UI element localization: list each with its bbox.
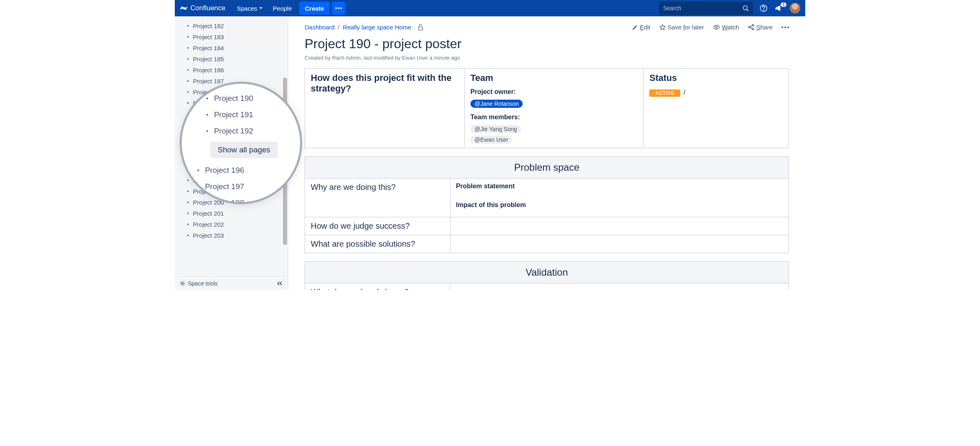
svg-point-11 bbox=[752, 25, 754, 26]
space-tools-link[interactable]: Space tools bbox=[188, 280, 218, 287]
notifications-button[interactable]: 1 bbox=[774, 3, 784, 13]
member-mention[interactable]: @Jie Yang Song bbox=[470, 125, 521, 133]
svg-point-6 bbox=[764, 10, 764, 10]
tree-item[interactable]: Project 191 bbox=[190, 107, 292, 123]
validation-table: Validation What do we already know? bbox=[305, 261, 789, 290]
magnifier-overlay: Project 190 Project 191 Project 192 Show… bbox=[180, 82, 302, 204]
star-icon bbox=[659, 24, 666, 30]
breadcrumb-dashboard[interactable]: Dashboard bbox=[305, 24, 334, 31]
svg-point-12 bbox=[752, 28, 754, 30]
show-all-pages-button[interactable]: Show all pages bbox=[210, 142, 278, 158]
svg-point-16 bbox=[784, 27, 786, 28]
pencil-icon bbox=[632, 25, 638, 30]
search-input[interactable] bbox=[663, 5, 742, 11]
gear-icon bbox=[180, 281, 185, 286]
help-button[interactable] bbox=[759, 3, 768, 13]
confluence-logo[interactable]: Confluence bbox=[180, 4, 225, 12]
tree-item[interactable]: Project 202 bbox=[175, 219, 288, 230]
tree-item[interactable]: Project 182 bbox=[175, 20, 288, 31]
problem-q-success: How do we judge success? bbox=[311, 221, 444, 231]
members-label: Team members: bbox=[470, 114, 637, 121]
share-button[interactable]: Share bbox=[748, 24, 773, 31]
validation-q-know: What do we already know? bbox=[311, 288, 444, 290]
create-button[interactable]: Create bbox=[299, 2, 330, 15]
dots-icon bbox=[782, 27, 789, 28]
validation-heading: Validation bbox=[305, 262, 789, 283]
problem-q-why: Why are we doing this? bbox=[311, 183, 444, 192]
svg-point-17 bbox=[787, 27, 789, 28]
problem-statement-label: Problem statement bbox=[456, 183, 783, 190]
owner-label: Project owner: bbox=[470, 88, 637, 96]
tree-item[interactable]: Project 201 bbox=[175, 208, 288, 219]
svg-point-3 bbox=[743, 6, 747, 10]
status-badge: ACTIVE bbox=[649, 89, 680, 97]
app-header: Confluence Spaces People Create 1 bbox=[175, 0, 805, 16]
eye-icon bbox=[713, 25, 720, 30]
chevron-down-icon bbox=[259, 6, 263, 10]
problem-q-solutions: What are possible solutions? bbox=[311, 239, 444, 249]
fit-heading: How does this project fit with the strat… bbox=[311, 73, 459, 94]
team-heading: Team bbox=[470, 73, 637, 83]
svg-point-9 bbox=[715, 27, 717, 28]
nav-spaces[interactable]: Spaces bbox=[232, 5, 268, 12]
svg-point-0 bbox=[335, 7, 337, 9]
page-toolbar: Dashboard / Really large space Home Edit… bbox=[305, 24, 789, 31]
tree-item[interactable]: Project 196 bbox=[190, 162, 292, 178]
status-heading: Status bbox=[649, 73, 783, 83]
share-icon bbox=[748, 24, 754, 30]
confluence-icon bbox=[180, 4, 188, 12]
more-actions-button[interactable] bbox=[782, 27, 789, 28]
save-for-later-button[interactable]: Save for later bbox=[659, 24, 704, 31]
search-icon bbox=[742, 5, 749, 11]
svg-rect-8 bbox=[419, 27, 423, 30]
notif-badge: 1 bbox=[781, 2, 786, 7]
breadcrumb-space-home[interactable]: Really large space Home bbox=[343, 24, 412, 31]
svg-point-7 bbox=[182, 283, 183, 284]
brand-text: Confluence bbox=[190, 4, 225, 12]
nav-people[interactable]: People bbox=[268, 5, 297, 12]
owner-mention[interactable]: @Jane Rotanson bbox=[470, 100, 523, 108]
svg-line-14 bbox=[750, 28, 752, 29]
tree-item[interactable]: Project 185 bbox=[175, 54, 288, 65]
edit-button[interactable]: Edit bbox=[632, 24, 650, 31]
dots-icon bbox=[335, 7, 342, 9]
page-actions: Edit Save for later Watch Share bbox=[632, 24, 789, 31]
search-box[interactable] bbox=[659, 2, 753, 15]
tree-item[interactable]: Project 192 bbox=[190, 123, 292, 139]
more-menu-button[interactable] bbox=[332, 2, 345, 15]
tree-item[interactable]: Project 184 bbox=[175, 42, 288, 54]
tree-item[interactable]: Project 186 bbox=[175, 65, 288, 76]
page-title: Project 190 - project poster bbox=[305, 36, 789, 51]
svg-point-1 bbox=[338, 7, 339, 9]
breadcrumb: Dashboard / Really large space Home bbox=[305, 24, 423, 31]
page-meta: Created by Rach Admin, last modified by … bbox=[305, 55, 789, 61]
user-avatar[interactable] bbox=[790, 3, 800, 13]
svg-line-4 bbox=[747, 9, 748, 11]
problem-space-table: Problem space Why are we doing this? Pro… bbox=[305, 156, 789, 253]
problem-heading: Problem space bbox=[305, 157, 789, 178]
sidebar-footer: Space tools bbox=[175, 277, 288, 290]
member-mention[interactable]: @Ewan User bbox=[470, 136, 512, 144]
collapse-sidebar-icon[interactable] bbox=[276, 281, 283, 286]
tree-item[interactable]: Project 197 bbox=[190, 178, 292, 195]
poster-table: How does this project fit with the strat… bbox=[305, 68, 789, 148]
help-icon bbox=[760, 4, 768, 12]
svg-point-15 bbox=[782, 27, 783, 28]
problem-impact-label: Impact of this problem bbox=[456, 201, 783, 209]
svg-point-10 bbox=[748, 27, 750, 28]
unlock-icon[interactable] bbox=[418, 24, 423, 31]
main-content: Dashboard / Really large space Home Edit… bbox=[288, 16, 805, 290]
tree-item[interactable]: Project 183 bbox=[175, 31, 288, 42]
tree-item[interactable]: Project 203 bbox=[175, 230, 288, 241]
svg-point-2 bbox=[340, 7, 342, 9]
svg-line-13 bbox=[750, 26, 752, 27]
watch-button[interactable]: Watch bbox=[713, 24, 739, 31]
